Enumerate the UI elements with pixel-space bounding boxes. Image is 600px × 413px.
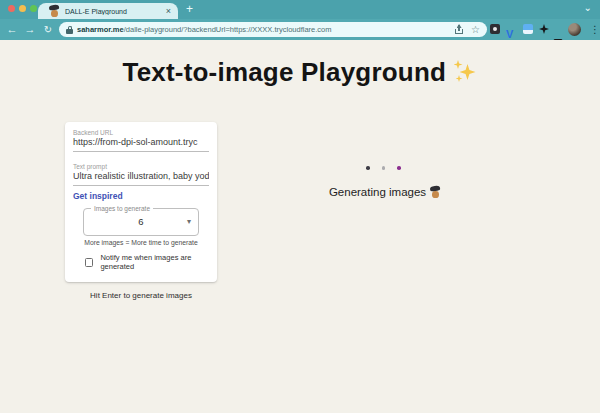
browser-window: DALL-E Playground × + ⌄ ← → ↻ saharmor.m…	[0, 0, 600, 413]
notify-checkbox-row[interactable]: Notify me when images are generated	[85, 253, 217, 271]
url-domain: saharmor.me	[77, 25, 124, 34]
tab-title: DALL-E Playground	[65, 8, 161, 15]
bookmark-star-icon[interactable]: ☆	[471, 25, 480, 35]
url-path: /dalle-playground/?backendUrl=https://XX…	[124, 25, 332, 34]
window-controls	[8, 5, 37, 12]
zoom-window-button[interactable]	[30, 5, 37, 12]
chevron-down-icon: ▾	[187, 209, 191, 235]
loading-dots	[366, 166, 401, 170]
address-bar[interactable]: saharmor.me/dalle-playground/?backendUrl…	[59, 22, 487, 37]
browser-tab[interactable]: DALL-E Playground ×	[38, 3, 178, 19]
browser-menu-icon[interactable]: ⋮	[590, 19, 600, 40]
share-icon[interactable]	[455, 25, 463, 34]
extensions-puzzle-icon[interactable]	[539, 24, 549, 34]
images-caption: More images = More time to generate	[65, 239, 217, 246]
sparkles-icon	[454, 60, 478, 84]
generating-status: Generating images	[305, 186, 465, 198]
settings-card: Backend URL https://from-dpi-sol-amount.…	[65, 122, 217, 282]
reload-button[interactable]: ↻	[40, 19, 56, 40]
browser-toolbar: ← → ↻ saharmor.me/dalle-playground/?back…	[0, 19, 600, 40]
loader-dot	[397, 166, 401, 170]
new-tab-button[interactable]: +	[186, 2, 193, 16]
notify-label: Notify me when images are generated	[100, 253, 217, 271]
loader-dot	[366, 166, 370, 170]
page-content: Text-to-image Playground Backend URL htt…	[0, 40, 600, 413]
hit-enter-hint: Hit Enter to generate images	[65, 291, 217, 300]
close-window-button[interactable]	[8, 5, 15, 12]
images-to-generate-value: 6	[84, 209, 198, 235]
extension-blue-icon[interactable]	[523, 24, 533, 34]
profile-avatar[interactable]	[568, 23, 581, 36]
backend-url-label: Backend URL	[73, 129, 113, 136]
back-button[interactable]: ←	[4, 19, 20, 40]
url-text: saharmor.me/dalle-playground/?backendUrl…	[77, 25, 451, 34]
loader-dot	[382, 166, 386, 170]
artist-emoji-icon	[429, 186, 441, 198]
tab-search-chevron-icon[interactable]: ⌄	[584, 2, 592, 13]
text-prompt-input[interactable]: Ultra realistic illustration, baby yoda,	[73, 171, 209, 186]
forward-button[interactable]: →	[22, 19, 38, 40]
tab-close-icon[interactable]: ×	[166, 7, 171, 16]
lock-icon	[66, 26, 73, 34]
get-inspired-link[interactable]: Get inspired	[73, 191, 123, 201]
extension-dark-icon[interactable]	[490, 24, 500, 34]
backend-url-input[interactable]: https://from-dpi-sol-amount.tryc	[73, 137, 209, 152]
notify-checkbox[interactable]	[85, 258, 93, 267]
text-prompt-label: Text prompt	[73, 163, 107, 170]
page-title: Text-to-image Playground	[0, 57, 600, 88]
minimize-window-button[interactable]	[19, 5, 26, 12]
tab-favicon-artist-icon	[48, 5, 60, 17]
images-to-generate-select[interactable]: Images to generate 6 ▾	[83, 208, 199, 236]
tab-strip: DALL-E Playground × + ⌄	[0, 0, 600, 19]
